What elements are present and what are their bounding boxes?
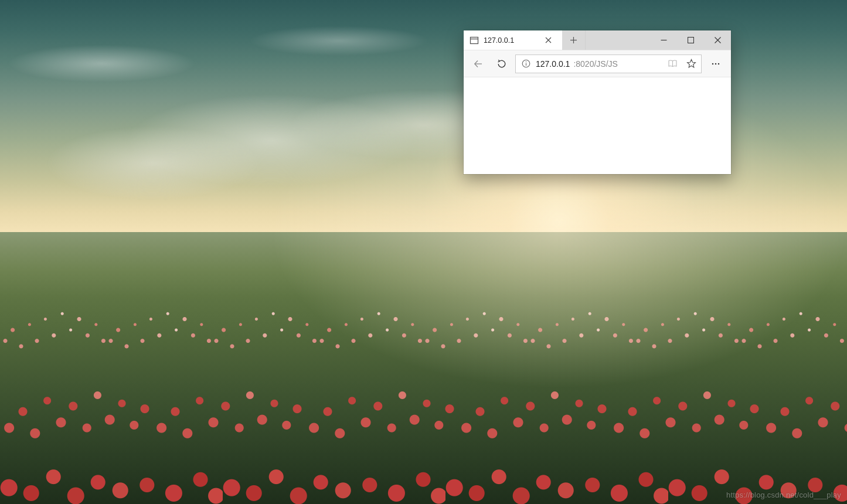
page-icon — [470, 36, 479, 45]
star-icon — [686, 59, 696, 69]
back-button[interactable] — [468, 54, 488, 74]
svg-rect-7 — [688, 38, 693, 43]
address-bar[interactable]: 127.0.0.1:8020/JS/JS — [515, 55, 702, 73]
page-viewport[interactable] — [464, 77, 731, 174]
svg-point-18 — [718, 63, 720, 64]
site-info-button[interactable] — [519, 57, 532, 70]
tab-close-button[interactable] — [540, 30, 556, 50]
titlebar-drag-region[interactable] — [586, 30, 650, 50]
watermark-text: https://blog.csdn.net/cold___play — [726, 491, 841, 499]
toolbar: 127.0.0.1:8020/JS/JS — [464, 50, 731, 77]
maximize-icon — [688, 37, 694, 43]
tab-strip-inactive — [562, 30, 731, 50]
tab-active[interactable]: 127.0.0.1 — [464, 30, 562, 50]
tab-title: 127.0.0.1 — [484, 36, 535, 45]
maximize-button[interactable] — [677, 30, 704, 50]
svg-rect-0 — [471, 37, 478, 43]
address-path: :8020/JS/JS — [573, 59, 661, 69]
refresh-icon — [496, 59, 507, 69]
svg-point-16 — [712, 63, 714, 64]
plus-icon — [570, 36, 577, 44]
close-icon — [545, 37, 552, 43]
svg-point-17 — [715, 63, 717, 64]
new-tab-button[interactable] — [562, 30, 586, 50]
reading-view-button[interactable] — [665, 56, 680, 71]
minimize-icon — [661, 37, 667, 43]
svg-marker-15 — [687, 60, 695, 67]
minimize-button[interactable] — [650, 30, 677, 50]
arrow-left-icon — [473, 59, 484, 69]
refresh-button[interactable] — [492, 54, 512, 74]
window-controls — [650, 30, 731, 50]
more-button[interactable] — [705, 54, 726, 74]
svg-point-13 — [525, 62, 526, 63]
window-close-button[interactable] — [704, 30, 731, 50]
title-bar[interactable]: 127.0.0.1 — [464, 30, 731, 50]
wallpaper-poppies — [0, 232, 847, 504]
dots-icon — [710, 59, 721, 69]
address-host: 127.0.0.1 — [536, 59, 570, 69]
browser-window: 127.0.0.1 — [464, 30, 731, 174]
info-icon — [522, 59, 530, 68]
favorite-button[interactable] — [683, 56, 699, 71]
close-icon — [715, 37, 721, 43]
book-icon — [668, 59, 678, 69]
